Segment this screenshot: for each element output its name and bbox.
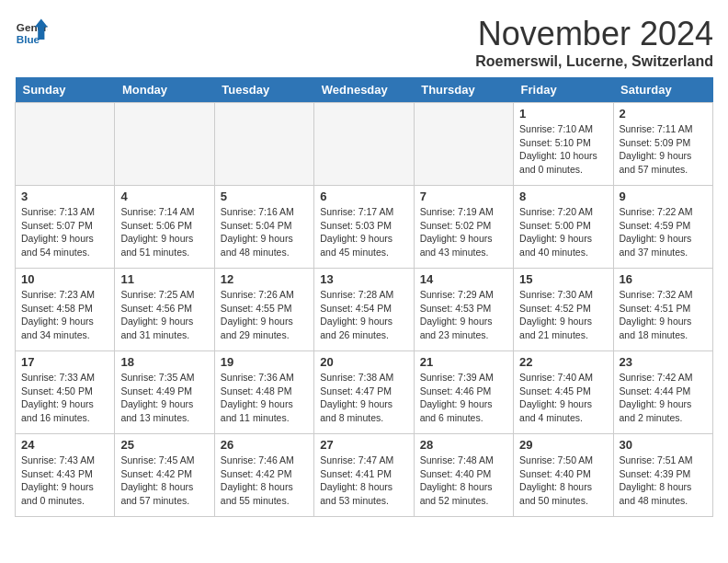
day-number: 9 [620, 190, 707, 203]
day-info: Sunrise: 7:26 AM Sunset: 4:55 PM Dayligh… [221, 288, 308, 342]
day-info: Sunrise: 7:10 AM Sunset: 5:10 PM Dayligh… [519, 122, 607, 177]
day-number: 25 [120, 438, 208, 452]
calendar-cell: 23Sunrise: 7:42 AM Sunset: 4:44 PM Dayli… [613, 351, 712, 434]
calendar-cell: 7Sunrise: 7:19 AM Sunset: 5:02 PM Daylig… [414, 186, 513, 269]
day-number: 13 [320, 272, 407, 286]
calendar-cell: 15Sunrise: 7:30 AM Sunset: 4:52 PM Dayli… [514, 269, 613, 351]
calendar-cell: 30Sunrise: 7:51 AM Sunset: 4:39 PM Dayli… [613, 434, 712, 517]
day-number: 23 [620, 355, 707, 369]
day-info: Sunrise: 7:48 AM Sunset: 4:40 PM Dayligh… [420, 454, 507, 508]
weekday-header-wednesday: Wednesday [314, 77, 414, 103]
calendar-cell: 26Sunrise: 7:46 AM Sunset: 4:42 PM Dayli… [214, 434, 313, 517]
day-number: 22 [519, 355, 607, 369]
day-number: 21 [420, 355, 507, 369]
day-info: Sunrise: 7:14 AM Sunset: 5:06 PM Dayligh… [120, 205, 208, 259]
day-info: Sunrise: 7:42 AM Sunset: 4:44 PM Dayligh… [620, 371, 707, 425]
day-info: Sunrise: 7:17 AM Sunset: 5:03 PM Dayligh… [320, 205, 407, 259]
day-info: Sunrise: 7:35 AM Sunset: 4:49 PM Dayligh… [120, 371, 208, 425]
day-number: 14 [420, 272, 507, 286]
calendar-cell: 28Sunrise: 7:48 AM Sunset: 4:40 PM Dayli… [414, 434, 513, 517]
calendar-cell: 21Sunrise: 7:39 AM Sunset: 4:46 PM Dayli… [414, 351, 513, 434]
calendar-cell [16, 103, 115, 186]
day-number: 5 [221, 190, 308, 203]
day-number: 2 [620, 107, 707, 121]
day-info: Sunrise: 7:23 AM Sunset: 4:58 PM Dayligh… [21, 288, 108, 342]
day-info: Sunrise: 7:45 AM Sunset: 4:42 PM Dayligh… [120, 454, 208, 508]
day-number: 26 [221, 438, 308, 452]
calendar-cell: 5Sunrise: 7:16 AM Sunset: 5:04 PM Daylig… [214, 186, 313, 269]
weekday-header-friday: Friday [514, 77, 613, 103]
day-number: 7 [420, 190, 507, 203]
calendar-cell: 27Sunrise: 7:47 AM Sunset: 4:41 PM Dayli… [314, 434, 414, 517]
calendar-cell: 19Sunrise: 7:36 AM Sunset: 4:48 PM Dayli… [214, 351, 313, 434]
weekday-header-sunday: Sunday [16, 77, 115, 103]
calendar-cell: 13Sunrise: 7:28 AM Sunset: 4:54 PM Dayli… [314, 269, 414, 351]
calendar-cell: 24Sunrise: 7:43 AM Sunset: 4:43 PM Dayli… [16, 434, 115, 517]
day-number: 15 [519, 272, 607, 286]
calendar-cell: 6Sunrise: 7:17 AM Sunset: 5:03 PM Daylig… [314, 186, 414, 269]
calendar-cell: 14Sunrise: 7:29 AM Sunset: 4:53 PM Dayli… [414, 269, 513, 351]
calendar-cell: 11Sunrise: 7:25 AM Sunset: 4:56 PM Dayli… [115, 269, 214, 351]
page-header: General Blue November 2024 Roemerswil, L… [15, 15, 713, 70]
calendar-cell [314, 103, 414, 186]
title-block: November 2024 Roemerswil, Lucerne, Switz… [475, 15, 713, 70]
logo-icon: General Blue [15, 15, 48, 48]
calendar-cell: 22Sunrise: 7:40 AM Sunset: 4:45 PM Dayli… [514, 351, 613, 434]
day-info: Sunrise: 7:28 AM Sunset: 4:54 PM Dayligh… [320, 288, 407, 342]
calendar-cell: 16Sunrise: 7:32 AM Sunset: 4:51 PM Dayli… [613, 269, 712, 351]
weekday-header-tuesday: Tuesday [214, 77, 313, 103]
calendar-cell: 25Sunrise: 7:45 AM Sunset: 4:42 PM Dayli… [115, 434, 214, 517]
day-info: Sunrise: 7:13 AM Sunset: 5:07 PM Dayligh… [21, 205, 108, 259]
day-info: Sunrise: 7:50 AM Sunset: 4:40 PM Dayligh… [519, 454, 607, 508]
day-info: Sunrise: 7:43 AM Sunset: 4:43 PM Dayligh… [21, 454, 108, 508]
day-info: Sunrise: 7:25 AM Sunset: 4:56 PM Dayligh… [120, 288, 208, 342]
weekday-header-row: SundayMondayTuesdayWednesdayThursdayFrid… [16, 77, 713, 103]
month-title: November 2024 [475, 15, 713, 53]
day-info: Sunrise: 7:51 AM Sunset: 4:39 PM Dayligh… [620, 454, 707, 508]
calendar-week-row: 24Sunrise: 7:43 AM Sunset: 4:43 PM Dayli… [16, 434, 713, 517]
day-info: Sunrise: 7:38 AM Sunset: 4:47 PM Dayligh… [320, 371, 407, 425]
day-number: 10 [21, 272, 108, 286]
location-label: Roemerswil, Lucerne, Switzerland [475, 53, 713, 70]
day-info: Sunrise: 7:46 AM Sunset: 4:42 PM Dayligh… [221, 454, 308, 508]
calendar-cell: 10Sunrise: 7:23 AM Sunset: 4:58 PM Dayli… [16, 269, 115, 351]
weekday-header-saturday: Saturday [613, 77, 712, 103]
day-number: 17 [21, 355, 108, 369]
day-info: Sunrise: 7:29 AM Sunset: 4:53 PM Dayligh… [420, 288, 507, 342]
day-info: Sunrise: 7:20 AM Sunset: 5:00 PM Dayligh… [519, 205, 607, 259]
calendar-cell: 18Sunrise: 7:35 AM Sunset: 4:49 PM Dayli… [115, 351, 214, 434]
day-info: Sunrise: 7:19 AM Sunset: 5:02 PM Dayligh… [420, 205, 507, 259]
calendar-cell: 1Sunrise: 7:10 AM Sunset: 5:10 PM Daylig… [514, 103, 613, 186]
calendar-cell: 17Sunrise: 7:33 AM Sunset: 4:50 PM Dayli… [16, 351, 115, 434]
calendar-table: SundayMondayTuesdayWednesdayThursdayFrid… [15, 77, 713, 517]
calendar-week-row: 1Sunrise: 7:10 AM Sunset: 5:10 PM Daylig… [16, 103, 713, 186]
day-number: 29 [519, 438, 607, 452]
calendar-cell: 20Sunrise: 7:38 AM Sunset: 4:47 PM Dayli… [314, 351, 414, 434]
logo: General Blue [15, 15, 48, 48]
calendar-cell: 3Sunrise: 7:13 AM Sunset: 5:07 PM Daylig… [16, 186, 115, 269]
calendar-week-row: 17Sunrise: 7:33 AM Sunset: 4:50 PM Dayli… [16, 351, 713, 434]
day-number: 19 [221, 355, 308, 369]
day-number: 28 [420, 438, 507, 452]
calendar-cell: 4Sunrise: 7:14 AM Sunset: 5:06 PM Daylig… [115, 186, 214, 269]
day-number: 30 [620, 438, 707, 452]
weekday-header-thursday: Thursday [414, 77, 513, 103]
day-info: Sunrise: 7:22 AM Sunset: 4:59 PM Dayligh… [620, 205, 707, 259]
calendar-cell: 9Sunrise: 7:22 AM Sunset: 4:59 PM Daylig… [613, 186, 712, 269]
day-number: 3 [21, 190, 108, 203]
day-number: 24 [21, 438, 108, 452]
svg-text:Blue: Blue [17, 33, 40, 45]
calendar-cell [414, 103, 513, 186]
calendar-cell: 2Sunrise: 7:11 AM Sunset: 5:09 PM Daylig… [613, 103, 712, 186]
day-info: Sunrise: 7:39 AM Sunset: 4:46 PM Dayligh… [420, 371, 507, 425]
day-number: 6 [320, 190, 407, 203]
day-number: 8 [519, 190, 607, 203]
day-number: 16 [620, 272, 707, 286]
day-info: Sunrise: 7:40 AM Sunset: 4:45 PM Dayligh… [519, 371, 607, 425]
day-info: Sunrise: 7:36 AM Sunset: 4:48 PM Dayligh… [221, 371, 308, 425]
calendar-cell [214, 103, 313, 186]
day-number: 4 [120, 190, 208, 203]
day-number: 11 [120, 272, 208, 286]
calendar-cell: 12Sunrise: 7:26 AM Sunset: 4:55 PM Dayli… [214, 269, 313, 351]
day-number: 18 [120, 355, 208, 369]
